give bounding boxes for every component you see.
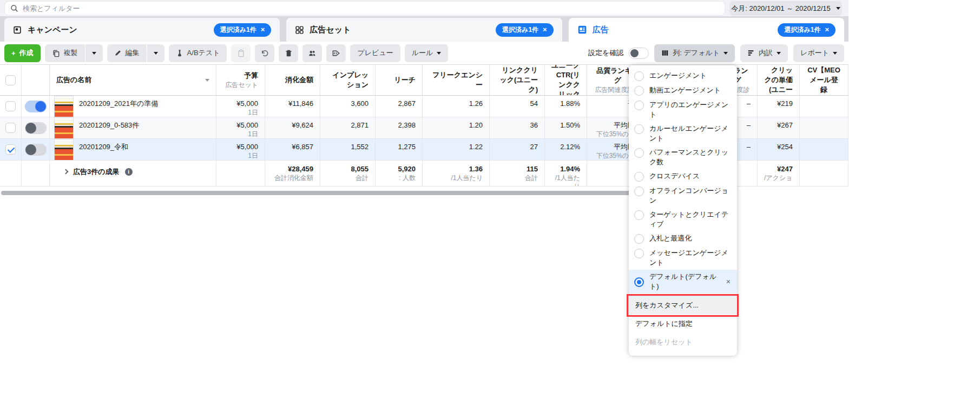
column-header-impressions[interactable]: インプレッション: [320, 65, 376, 95]
tab-ads[interactable]: 広告 選択済み1件 ×: [569, 18, 844, 42]
column-header-cpc-unique[interactable]: リンククリックの単価(ユニーク): [758, 65, 800, 95]
people-icon: [308, 49, 317, 57]
chevron-down-icon: [777, 52, 781, 55]
close-icon[interactable]: ×: [261, 27, 265, 32]
preset-option[interactable]: メッセージエンゲージメント: [629, 246, 737, 270]
undo-icon: [261, 49, 269, 57]
flask-icon: [176, 49, 183, 57]
badge-label: 選択済み1件: [220, 25, 256, 35]
close-icon[interactable]: ×: [825, 27, 829, 32]
duplicate-menu-button[interactable]: [85, 44, 103, 62]
paste-button[interactable]: [231, 44, 251, 62]
row-checkbox[interactable]: [5, 144, 16, 155]
radio-icon: [634, 210, 644, 220]
ad-thumbnail: [54, 96, 74, 117]
column-header-link-clicks[interactable]: リンククリック(ユニーク): [490, 65, 545, 95]
chevron-down-icon: [724, 52, 728, 55]
select-all-cell: [0, 65, 22, 95]
tab-label: 広告: [593, 25, 609, 35]
selected-count-badge[interactable]: 選択済み1件 ×: [214, 23, 272, 37]
tab-campaigns[interactable]: キャンペーン 選択済み1件 ×: [4, 18, 280, 42]
column-header-ad-name[interactable]: 広告の名前: [50, 65, 216, 95]
column-header-reach[interactable]: リーチ: [376, 65, 423, 95]
edit-button[interactable]: 編集: [107, 44, 147, 62]
column-header-unique-ctr[interactable]: ユニークCTR(リンククリック: [545, 65, 587, 95]
check-settings-toggle[interactable]: [629, 48, 649, 59]
column-header-spend[interactable]: 消化金額: [265, 65, 320, 95]
radio-icon: [634, 186, 644, 196]
column-header-cv[interactable]: CV【MEO メール登録: [800, 65, 849, 95]
pencil-icon: [114, 49, 122, 57]
search-box[interactable]: [4, 1, 725, 16]
column-header-budget[interactable]: 予算広告セット: [216, 65, 265, 95]
preset-option[interactable]: カルーセルエンゲージメント: [629, 122, 737, 145]
toggle-column-header: [22, 65, 50, 95]
date-range-selector[interactable]: 今月: 2020/12/01 ～ 2020/12/15: [729, 1, 842, 16]
reset-column-widths-item: 列の幅をリセット: [629, 333, 737, 351]
tag-export-button[interactable]: [326, 44, 346, 62]
chevron-down-icon: [92, 52, 96, 55]
toggle-knob: [35, 101, 46, 112]
ad-status-toggle[interactable]: [25, 101, 47, 112]
radio-icon: [634, 249, 644, 258]
tag-code-icon: [332, 49, 340, 57]
chevron-right-icon[interactable]: [63, 169, 69, 175]
ab-test-button[interactable]: A/Bテスト: [169, 44, 227, 62]
info-icon[interactable]: i: [125, 168, 133, 176]
create-button[interactable]: + 作成: [4, 44, 41, 62]
toggle-knob: [25, 144, 36, 155]
chevron-down-icon: [833, 52, 837, 55]
row-checkbox[interactable]: [5, 101, 16, 111]
radio-icon: [634, 101, 644, 110]
preset-option-selected[interactable]: デフォルト(デフォルト) ×: [629, 270, 737, 294]
ad-status-toggle[interactable]: [25, 122, 47, 134]
badge-label: 選択済み1件: [502, 25, 538, 35]
search-icon: [10, 4, 18, 12]
undo-button[interactable]: [255, 44, 274, 62]
rules-button[interactable]: ルール: [405, 44, 449, 62]
tab-adsets[interactable]: 広告セット 選択済み1件 ×: [286, 18, 562, 42]
chevron-down-icon: [154, 52, 158, 55]
chevron-down-icon: [836, 7, 840, 10]
copy-icon: [52, 49, 60, 57]
edit-menu-button[interactable]: [147, 44, 165, 62]
preset-option[interactable]: アプリのエンゲージメント: [629, 98, 737, 122]
ad-status-toggle[interactable]: [25, 144, 47, 156]
select-all-checkbox[interactable]: [5, 75, 16, 85]
search-input[interactable]: [23, 4, 719, 12]
folder-icon: [13, 25, 22, 35]
preset-option[interactable]: クロスデバイス: [629, 169, 737, 184]
ad-name[interactable]: 20201209_0-583件: [79, 117, 139, 130]
ad-name[interactable]: 20201209_2021年の準備: [79, 96, 158, 109]
columns-button[interactable]: 列: デフォルト: [654, 44, 735, 62]
preset-option[interactable]: 入札と最適化: [629, 231, 737, 246]
preset-option[interactable]: ターゲットとクリエイティブ: [629, 208, 737, 231]
selected-count-badge[interactable]: 選択済み1件 ×: [778, 23, 836, 37]
column-header-frequency[interactable]: フリークエンシー: [423, 65, 490, 95]
tab-label: 広告セット: [310, 25, 351, 35]
report-button[interactable]: レポート: [793, 44, 844, 62]
preview-button[interactable]: プレビュー: [350, 44, 400, 62]
preset-option[interactable]: エンゲージメント: [629, 69, 737, 83]
duplicate-button[interactable]: 複製: [45, 44, 85, 62]
close-icon[interactable]: ×: [543, 27, 547, 32]
preset-option[interactable]: オフラインコンバージョン: [629, 184, 737, 208]
horizontal-scrollbar[interactable]: [1, 191, 736, 195]
radio-icon: [634, 86, 644, 96]
set-default-item[interactable]: デフォルトに指定: [629, 315, 737, 333]
selected-count-badge[interactable]: 選択済み1件 ×: [496, 23, 554, 37]
delete-button[interactable]: [279, 44, 298, 62]
columns-icon: [661, 49, 669, 57]
radio-icon: [634, 148, 644, 158]
preset-option[interactable]: パフォーマンスとクリック数: [629, 145, 737, 169]
row-checkbox[interactable]: [5, 123, 16, 133]
chevron-down-icon: [437, 52, 441, 55]
audience-button[interactable]: [302, 44, 322, 62]
radio-icon: [634, 71, 644, 81]
check-settings-label: 設定を確認: [588, 48, 623, 58]
close-icon[interactable]: ×: [726, 277, 731, 286]
preset-option[interactable]: 動画エンゲージメント: [629, 83, 737, 98]
customize-columns-item[interactable]: 列をカスタマイズ...: [629, 296, 737, 315]
breakdown-button[interactable]: 内訳: [740, 44, 788, 62]
ad-name[interactable]: 20201209_令和: [79, 139, 128, 152]
